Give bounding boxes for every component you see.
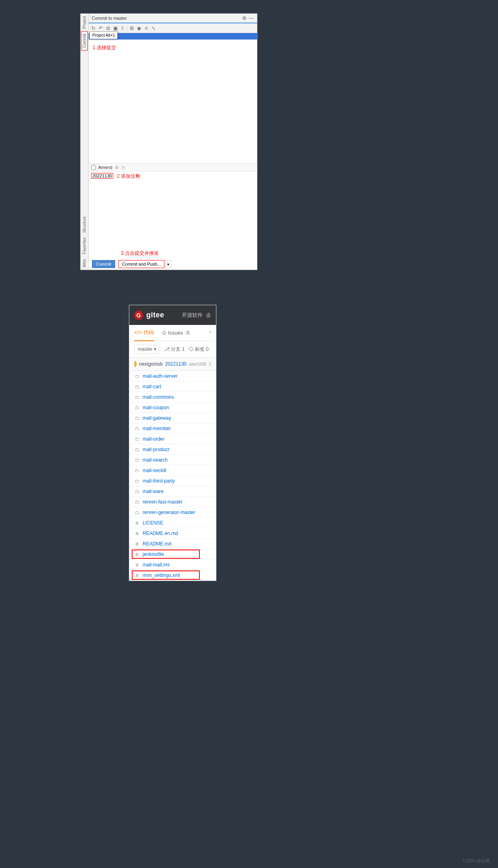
file-row-mall-commons[interactable]: 🗀mall-commons [129, 392, 216, 402]
expand-icon[interactable]: ≡ [143, 25, 149, 31]
file-row-mall-member[interactable]: 🗀mall-member [129, 423, 216, 434]
sidebar-tab-structure[interactable]: Structure [81, 214, 87, 235]
changelist-icon[interactable]: ▣ [112, 25, 118, 31]
file-row-mall-coupon[interactable]: 🗀mall-coupon [129, 402, 216, 413]
gear-icon[interactable]: ⚙ [242, 15, 247, 21]
commit-hash[interactable]: abe2d39 [189, 362, 206, 366]
file-row-mall-auth-server[interactable]: 🗀mall-auth-server [129, 371, 216, 381]
folder-icon: 🗀 [135, 510, 139, 515]
file-row-mvn_settings.xml[interactable]: 🗎mvn_settings.xml [129, 570, 216, 581]
code-icon: </> [134, 329, 142, 335]
file-row-mall-ware[interactable]: 🗀mall-ware [129, 486, 216, 497]
file-row-mall-product[interactable]: 🗀mall-product [129, 444, 216, 455]
gitee-panel: G gitee 开源软件 企 </> 代码 ⊙ Issues 0 ᑊ maste… [129, 305, 216, 581]
branch-row: master ▾ ⎇ 分支 1 ◎ 标签 0 [129, 341, 216, 357]
file-icon: 🗎 [135, 520, 139, 525]
refresh-icon[interactable]: ↻ [90, 25, 97, 31]
sidebar-tab-project[interactable]: Project [81, 14, 87, 31]
changes-area: 1 选择提交 [89, 40, 257, 163]
file-list: 🗀mall-auth-server🗀mall-cart🗀mall-commons… [129, 371, 216, 581]
nav-opensource[interactable]: 开源软件 [182, 312, 203, 319]
branch-selector[interactable]: master ▾ [134, 345, 160, 354]
file-name: README.en.md [143, 531, 178, 536]
folder-icon: 🗀 [135, 458, 139, 462]
file-name: mall-commons [143, 394, 174, 400]
tab-more[interactable]: ᑊ [210, 326, 211, 340]
tab-issues[interactable]: ⊙ Issues 0 [162, 326, 191, 340]
file-icon: 🗎 [135, 573, 139, 578]
file-name: mall-seckill [143, 468, 166, 473]
file-row-renren-generator-master[interactable]: 🗀renren-generator-master [129, 507, 216, 518]
nav-enterprise[interactable]: 企 [206, 312, 211, 319]
file-row-mall-gateway[interactable]: 🗀mall-gateway [129, 413, 216, 423]
file-row-mall-third-party[interactable]: 🗀mall-third-party [129, 476, 216, 486]
file-name: mall-cart [143, 384, 161, 389]
file-name: mall-auth-server [143, 373, 178, 379]
commit-message-area[interactable]: 20221130 2 添加注释 3 点击提交并推送 [89, 171, 257, 258]
branches-link[interactable]: ⎇ 分支 1 [164, 346, 185, 353]
ide-sidebar: Project Commit Structure Favorites Web [81, 14, 89, 270]
collapse-icon[interactable]: ⤡ [150, 25, 157, 31]
repo-tabs: </> 代码 ⊙ Issues 0 ᑊ [129, 325, 216, 341]
annotation-1: 1 选择提交 [93, 44, 116, 51]
file-row-renren-fast-master[interactable]: 🗀renren-fast-master [129, 497, 216, 507]
file-row-LICENSE[interactable]: 🗎LICENSE [129, 518, 216, 528]
gitee-logo-icon[interactable]: G [134, 311, 143, 320]
file-icon: 🗎 [135, 562, 139, 567]
file-name: README.md [143, 541, 171, 547]
file-name: mall-order [143, 436, 164, 442]
commit-author: nextgomsb [139, 361, 163, 367]
eye-icon[interactable]: ◉ [136, 25, 142, 31]
shelve-icon[interactable]: ⇩ [119, 25, 126, 31]
undo-icon[interactable]: ↶ [98, 25, 104, 31]
file-icon: 🗎 [135, 541, 139, 546]
commit-title: Commit to master [92, 16, 127, 21]
diff-icon[interactable]: ⧉ [105, 25, 111, 31]
commit-split-button[interactable]: ▾ [165, 260, 171, 268]
file-row-mall-mall.iml[interactable]: 🗎mall-mall.iml [129, 560, 216, 570]
file-row-mall-seckill[interactable]: 🗀mall-seckill [129, 465, 216, 476]
file-row-mall-cart[interactable]: 🗀mall-cart [129, 381, 216, 392]
commit-push-button[interactable]: Commit and Push... [118, 260, 165, 268]
commit-message-link[interactable]: 20221130 [165, 361, 187, 367]
history-icon[interactable]: ◷ [121, 165, 125, 170]
gitee-header: G gitee 开源软件 企 [129, 305, 216, 325]
commit-toolbar: ↻ ↶ ⧉ ▣ ⇩ | ⊞ ◉ ≡ ⤡ Project Alt+1 [89, 23, 257, 33]
file-name: renren-generator-master [143, 510, 195, 515]
tags-link[interactable]: ◎ 标签 0 [189, 346, 208, 353]
minimize-icon[interactable]: — [249, 15, 254, 21]
file-icon: 🗎 [135, 552, 139, 557]
folder-icon: 🗀 [135, 489, 139, 494]
file-row-mall-order[interactable]: 🗀mall-order [129, 434, 216, 444]
watermark: CSDN @姑飒 [463, 858, 490, 864]
file-name: mall-coupon [143, 405, 169, 410]
commit-message-text[interactable]: 20221130 [91, 173, 113, 179]
folder-icon: 🗀 [135, 384, 139, 389]
gear-icon[interactable]: ⚙ [115, 165, 119, 170]
amend-label: Amend [98, 165, 112, 170]
file-row-README.md[interactable]: 🗎README.md [129, 539, 216, 549]
file-row-README.en.md[interactable]: 🗎README.en.md [129, 528, 216, 539]
sidebar-tab-favorites[interactable]: Favorites [81, 235, 87, 256]
tab-code[interactable]: </> 代码 [134, 325, 154, 341]
file-name: renren-fast-master [143, 499, 183, 505]
file-name: mvn_settings.xml [143, 572, 180, 578]
folder-icon: 🗀 [135, 395, 139, 400]
file-row-mall-search[interactable]: 🗀mall-search [129, 455, 216, 465]
commit-button[interactable]: Commit [92, 260, 115, 268]
file-row-jenkinsfile[interactable]: 🗎jenkinsfile [129, 549, 216, 560]
issues-count-badge: 0 [185, 331, 191, 335]
sidebar-tab-commit[interactable]: Commit [81, 31, 88, 50]
amend-row: Amend ⚙ ◷ [89, 163, 257, 171]
file-name: jenkinsfile [143, 552, 164, 557]
amend-checkbox[interactable] [91, 165, 96, 170]
tab-code-label: 代码 [143, 329, 154, 336]
group-icon[interactable]: ⊞ [129, 25, 135, 31]
sidebar-tab-web[interactable]: Web [81, 257, 87, 270]
file-name: mall-search [143, 457, 168, 463]
file-name: mall-mall.iml [143, 562, 170, 568]
latest-commit[interactable]: nextgomsb 20221130 abe2d39 2 [129, 357, 216, 371]
issues-icon: ⊙ [162, 330, 166, 336]
project-tooltip: Project Alt+1 [89, 31, 118, 39]
file-name: mall-gateway [143, 415, 171, 421]
